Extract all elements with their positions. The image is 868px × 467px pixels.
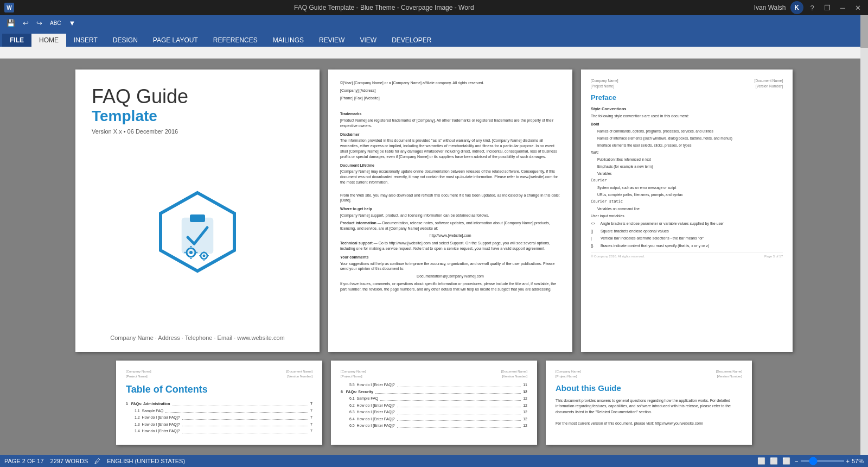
tab-home[interactable]: HOME xyxy=(31,34,66,47)
about-page: [Company Name] [Project Name] [Document … xyxy=(546,361,752,445)
faq-sec-header-left: [Company Name] [Project Name] xyxy=(341,369,366,379)
legal-trademarks-text: [Product Name] are registered trademarks… xyxy=(340,118,560,129)
ribbon-content xyxy=(0,47,868,59)
pages-row-top: FAQ Guide Template Version X.x • 06 Dece… xyxy=(11,70,857,352)
tab-mailings[interactable]: MAILINGS xyxy=(265,34,311,47)
legal-comments-title: Your comments xyxy=(340,255,560,260)
legal-lifetime-text2: From the Web site, you may also download… xyxy=(340,193,560,204)
preface-courier-static: Courier static xyxy=(591,199,783,205)
toc-title: Table of Contents xyxy=(126,382,312,397)
title-bar: W FAQ Guide Template - Blue Theme - Cove… xyxy=(0,0,868,15)
legal-disclaimer-text: The information provided in this documen… xyxy=(340,138,560,159)
legal-disclaimer-title: Disclaimer xyxy=(340,132,560,137)
user-avatar[interactable]: K xyxy=(790,1,803,14)
quick-access-toolbar: 💾 ↩ ↪ ABC ▼ xyxy=(0,15,868,30)
tab-references[interactable]: REFERENCES xyxy=(206,34,265,47)
preface-bold-1: Bold xyxy=(591,122,783,128)
spellcheck-icon[interactable]: ABC xyxy=(48,19,63,27)
about-header-right: [Document Name] [Version Number] xyxy=(716,369,742,379)
document-title: FAQ Guide Template - Blue Theme - Coverp… xyxy=(294,4,474,11)
cover-title-faq: FAQ Guide xyxy=(92,86,188,108)
toc-items: 1 FAQs: Administration7 1.1 Sample FAQ7 … xyxy=(126,401,312,434)
toc-item-1-4: 1.4 How do I [Enter FAQ]?7 xyxy=(126,428,312,434)
svg-point-10 xyxy=(203,254,206,257)
toc-header-right: [Document Name] [Version Number] xyxy=(286,369,312,379)
faq-item-6-4: 6.4 How do I [Enter FAQ]?12 xyxy=(341,416,527,422)
preface-style-title: Style Conventions xyxy=(591,106,783,112)
undo-icon[interactable]: ↩ xyxy=(21,18,31,28)
faq-item-6-2: 6.2 How do I [Enter FAQ]?12 xyxy=(341,403,527,409)
tab-review[interactable]: REVIEW xyxy=(311,34,352,47)
faq-item-6-1: 6.1 Sample FAQ12 xyxy=(341,396,527,402)
legal-support: Technical support — Go to http://www.[we… xyxy=(340,241,560,251)
preface-page: [Company Name] [Project Name] [Document … xyxy=(581,70,793,352)
about-page-header: [Company Name] [Project Name] [Document … xyxy=(556,369,742,379)
legal-page: ©[Year] [Company Name] or a [Company Nam… xyxy=(328,70,572,352)
scrollbar-thumb[interactable] xyxy=(860,15,868,48)
zoom-level: 57% xyxy=(852,458,864,464)
svg-rect-1 xyxy=(182,218,213,253)
status-bar: PAGE 2 OF 17 2297 WORDS 🖊 ENGLISH (UNITE… xyxy=(0,455,868,467)
hex-logo-svg xyxy=(154,188,241,275)
cover-footer: Company Name · Address · Telephone · Ema… xyxy=(92,335,303,341)
faq-sec-items: 5.5 How do I [Enter FAQ]?11 6 FAQs: Secu… xyxy=(341,382,527,429)
document-area: FAQ Guide Template Version X.x • 06 Dece… xyxy=(0,59,868,455)
title-bar-right: Ivan Walsh K ? ❐ ─ ✕ xyxy=(754,1,864,14)
faq-item-6: 6 FAQs: Security12 xyxy=(341,389,527,395)
faq-sec-header: [Company Name] [Project Name] [Document … xyxy=(341,369,527,379)
restore-button[interactable]: ❐ xyxy=(821,3,833,13)
toc-item-1-2: 1.2 How do I [Enter FAQ]?7 xyxy=(126,415,312,421)
preface-style-intro: The following style conventions are used… xyxy=(591,113,783,119)
toc-page: [Company Name] [Project Name] [Document … xyxy=(116,361,322,445)
about-title: About this Guide xyxy=(556,382,742,395)
redo-icon[interactable]: ↪ xyxy=(34,18,44,28)
legal-copyright: ©[Year] [Company Name] or a [Company Nam… xyxy=(340,80,560,86)
toc-item-1: 1 FAQs: Administration7 xyxy=(126,401,312,407)
legal-lifetime-text1: [Company Name] may occasionally update o… xyxy=(340,169,560,185)
language: ENGLISH (UNITED STATES) xyxy=(107,458,185,464)
legal-product-title: Product information — Documentation, rel… xyxy=(340,220,560,231)
preface-symbols: <> Angle brackets enclose parameter or v… xyxy=(591,221,783,249)
scrollbar[interactable] xyxy=(860,15,868,455)
cover-page: FAQ Guide Template Version X.x • 06 Dece… xyxy=(75,70,320,352)
tab-file[interactable]: FILE xyxy=(2,34,31,47)
legal-help-text: [Company Name] support, product, and lic… xyxy=(340,213,560,218)
status-right: ⬜ ⬜ ⬜ − + 57% xyxy=(757,457,864,465)
zoom-slider[interactable] xyxy=(801,460,844,462)
help-button[interactable]: ? xyxy=(808,3,817,13)
minimize-button[interactable]: ─ xyxy=(838,3,848,13)
toc-header-left: [Company Name] [Project Name] xyxy=(126,369,151,379)
toc-item-1-3: 1.3 How do I [Enter FAQ]?7 xyxy=(126,422,312,428)
tab-page-layout[interactable]: PAGE LAYOUT xyxy=(145,34,206,47)
about-header-left: [Company Name] [Project Name] xyxy=(556,369,581,379)
cover-version: Version X.x • 06 December 2016 xyxy=(92,128,188,135)
faq-item-6-5: 6.5 How do I [Enter FAQ]?12 xyxy=(341,423,527,429)
page-info: PAGE 2 OF 17 xyxy=(4,458,44,464)
view-icon-1[interactable]: ⬜ xyxy=(757,457,765,465)
tab-insert[interactable]: INSERT xyxy=(66,34,105,47)
faq-item-6-3: 6.3 How do I [Enter FAQ]?12 xyxy=(341,409,527,415)
word-icon: W xyxy=(4,3,14,12)
zoom-in-icon[interactable]: + xyxy=(846,458,850,464)
legal-address: [Company] [Address] xyxy=(340,88,560,93)
word-count: 2297 WORDS xyxy=(50,458,88,464)
preface-title: Preface xyxy=(591,92,783,103)
customize-icon[interactable]: ▼ xyxy=(67,18,78,28)
about-text2: For the most current version of this doc… xyxy=(556,421,742,427)
view-icon-3[interactable]: ⬜ xyxy=(782,457,790,465)
save-icon[interactable]: 💾 xyxy=(4,18,17,28)
view-icon-2[interactable]: ⬜ xyxy=(770,457,778,465)
preface-italic: Italic xyxy=(591,150,783,156)
edit-icon[interactable]: 🖊 xyxy=(94,458,100,464)
legal-contact: [Phone] [Fax] [Website] xyxy=(340,96,560,101)
tab-developer[interactable]: DEVELOPER xyxy=(384,34,439,47)
zoom-out-icon[interactable]: − xyxy=(795,458,798,464)
tab-design[interactable]: DESIGN xyxy=(105,34,145,47)
faq-sec-header-right: [Document Name] [Version Number] xyxy=(501,369,527,379)
close-button[interactable]: ✕ xyxy=(852,3,864,13)
faq-security-page: [Company Name] [Project Name] [Document … xyxy=(331,361,537,445)
tab-view[interactable]: VIEW xyxy=(352,34,384,47)
legal-trademarks-title: Trademarks xyxy=(340,111,560,117)
cover-title-block: FAQ Guide Template Version X.x • 06 Dece… xyxy=(92,86,188,135)
legal-comments-text: Your suggestions will help us continue t… xyxy=(340,261,560,272)
